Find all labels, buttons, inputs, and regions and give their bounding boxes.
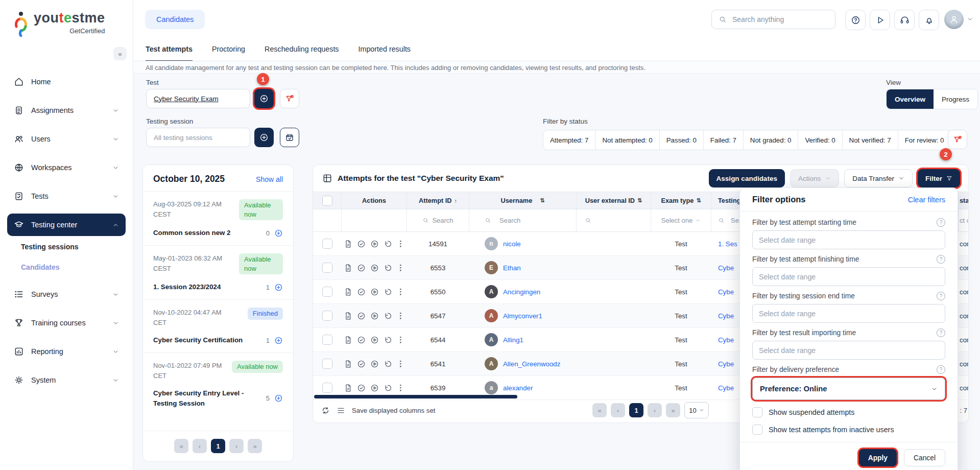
verify-icon[interactable] — [357, 360, 366, 368]
show-all-link[interactable]: Show all — [256, 175, 283, 183]
sidebar-item-users[interactable]: Users — [7, 128, 126, 150]
more-actions-icon[interactable]: ⋮ — [397, 239, 404, 248]
testing-session-select[interactable]: All testing sessions — [146, 128, 250, 147]
row-checkbox[interactable] — [322, 311, 332, 321]
session-link[interactable]: Cybe — [718, 360, 734, 368]
retake-icon[interactable] — [384, 384, 392, 392]
retake-icon[interactable] — [384, 240, 392, 248]
report-icon[interactable] — [344, 336, 352, 344]
chip-verified[interactable]: Verified: 0 — [798, 130, 842, 150]
retake-icon[interactable] — [384, 336, 392, 344]
first-page-button[interactable]: « — [592, 403, 607, 417]
walkthrough-button[interactable] — [870, 10, 890, 30]
row-checkbox[interactable] — [322, 335, 332, 345]
sort-icon[interactable]: ⇅ — [540, 197, 544, 204]
filter-button[interactable]: Filter — [918, 169, 960, 187]
tab-proctoring[interactable]: Proctoring — [212, 38, 245, 62]
show-suspended-checkbox-row[interactable]: Show suspended attempts — [752, 407, 945, 417]
more-actions-icon[interactable]: ⋮ — [397, 335, 404, 344]
result-import-date-input[interactable] — [752, 341, 945, 360]
refresh-icon[interactable] — [321, 406, 330, 415]
prev-page-button[interactable]: ‹ — [611, 403, 625, 417]
more-actions-icon[interactable]: ⋮ — [397, 311, 404, 320]
session-link[interactable]: Cybe — [718, 264, 734, 272]
sidebar-item-assignments[interactable]: Assignments — [7, 99, 126, 122]
page-size-select[interactable]: 10 — [684, 402, 709, 418]
verify-icon[interactable] — [357, 312, 366, 320]
tab-imported-results[interactable]: Imported results — [358, 38, 411, 62]
sidebar-item-system[interactable]: System — [7, 369, 126, 391]
session-link[interactable]: 1. Ses — [718, 240, 737, 248]
report-icon[interactable] — [344, 264, 352, 272]
save-columns-label[interactable]: Save displayed columns set — [352, 407, 435, 414]
session-list-item[interactable]: Nov-01-2022 07:49 PM CET Available now C… — [143, 353, 293, 416]
play-attempt-icon[interactable] — [370, 312, 379, 320]
sidebar-item-reporting[interactable]: Reporting — [7, 340, 126, 363]
add-candidate-icon[interactable] — [274, 394, 283, 403]
verify-icon[interactable] — [357, 288, 366, 296]
user-avatar[interactable] — [944, 10, 964, 29]
col-user-external-id[interactable]: User external ID⇅ — [577, 192, 651, 209]
chip-attempted[interactable]: Attempted: 7 — [543, 130, 595, 150]
col-actions[interactable]: Actions — [342, 192, 407, 209]
col-username[interactable]: Username⇅ — [469, 192, 577, 209]
verify-icon[interactable] — [357, 264, 366, 272]
sidebar-item-surveys[interactable]: Surveys — [7, 283, 126, 306]
sidebar-collapse-button[interactable]: « — [113, 47, 127, 60]
view-overview-button[interactable]: Overview — [887, 89, 934, 109]
checkbox[interactable] — [752, 407, 762, 417]
session-list-item[interactable]: Nov-10-2022 04:47 AM CET Finished Cyber … — [143, 300, 293, 353]
tab-test-attempts[interactable]: Test attempts — [146, 38, 193, 62]
last-page-button[interactable]: » — [248, 439, 262, 453]
sidebar-item-testing-center[interactable]: Testing center — [7, 214, 126, 236]
tab-rescheduling-requests[interactable]: Rescheduling requests — [265, 38, 339, 62]
verify-icon[interactable] — [357, 336, 366, 344]
report-icon[interactable] — [344, 360, 352, 368]
play-attempt-icon[interactable] — [370, 360, 379, 368]
row-checkbox[interactable] — [322, 287, 332, 297]
test-select[interactable]: Cyber Security Exam — [146, 89, 250, 108]
verify-icon[interactable] — [357, 240, 366, 248]
user-external-id-search[interactable] — [577, 209, 651, 231]
select-all-checkbox[interactable] — [322, 196, 332, 206]
clear-filters-link[interactable]: Clear filters — [908, 196, 945, 204]
sidebar-item-training-courses[interactable]: Training courses — [7, 312, 126, 334]
page-1-button[interactable]: 1 — [211, 439, 225, 453]
show-inactive-users-checkbox-row[interactable]: Show test attempts from inactive users — [752, 425, 945, 435]
attempt-finish-date-input[interactable] — [752, 267, 945, 286]
more-actions-icon[interactable]: ⋮ — [397, 287, 404, 296]
sort-asc-icon[interactable]: ↑ — [455, 198, 458, 204]
verify-icon[interactable] — [357, 384, 366, 392]
breadcrumb[interactable]: Candidates — [145, 10, 205, 29]
last-page-button[interactable]: » — [666, 403, 680, 417]
sidebar-item-tests[interactable]: Tests — [7, 185, 126, 207]
play-attempt-icon[interactable] — [370, 264, 379, 272]
add-test-button[interactable] — [254, 89, 274, 108]
cancel-button[interactable]: Cancel — [904, 449, 945, 466]
first-page-button[interactable]: « — [174, 439, 188, 453]
session-link[interactable]: Cybe — [718, 312, 734, 320]
sort-icon[interactable]: ⇅ — [696, 197, 701, 204]
report-icon[interactable] — [344, 240, 352, 248]
add-candidate-icon[interactable] — [274, 336, 283, 345]
play-attempt-icon[interactable] — [370, 336, 379, 344]
username-link[interactable]: nicole — [503, 240, 521, 248]
more-actions-icon[interactable]: ⋮ — [397, 263, 404, 272]
add-candidate-icon[interactable] — [274, 229, 283, 238]
session-link[interactable]: Cybe — [718, 336, 734, 344]
page-1-button[interactable]: 1 — [629, 403, 643, 417]
next-page-button[interactable]: › — [229, 439, 244, 453]
play-attempt-icon[interactable] — [370, 240, 379, 248]
profile-chevron-icon[interactable] — [967, 16, 973, 22]
report-icon[interactable] — [344, 384, 352, 392]
add-session-button[interactable] — [254, 128, 274, 147]
clear-test-filter-button[interactable] — [280, 89, 299, 108]
session-end-date-input[interactable] — [752, 304, 945, 323]
delivery-preference-select[interactable]: Preference: Online — [752, 378, 945, 400]
chip-not-attempted[interactable]: Not attempted: 0 — [595, 130, 659, 150]
more-actions-icon[interactable]: ⋮ — [397, 359, 404, 368]
retake-icon[interactable] — [384, 360, 392, 368]
session-link[interactable]: Cybe — [718, 288, 734, 296]
col-attempt-id[interactable]: Attempt ID↑ — [407, 192, 469, 209]
data-transfer-dropdown-button[interactable]: Data Transfer — [844, 169, 913, 187]
